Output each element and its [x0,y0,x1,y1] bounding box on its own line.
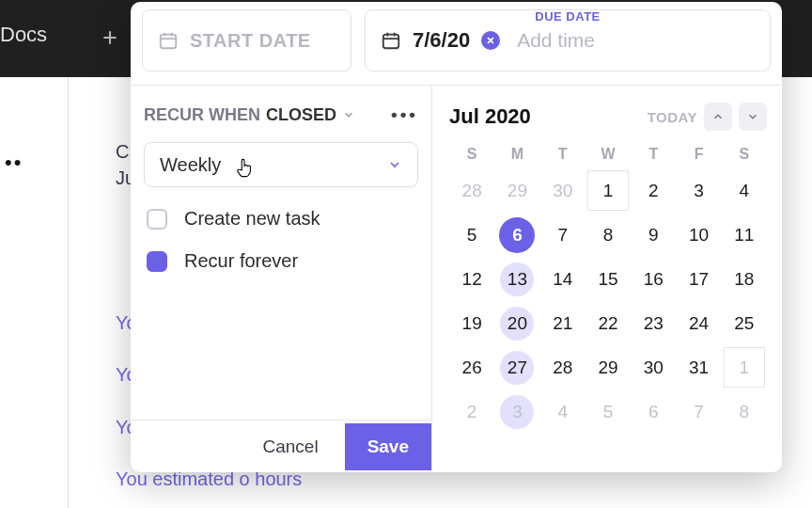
calendar-dow-row: SMTWTFS [449,146,767,163]
calendar-day[interactable]: 7 [676,389,721,434]
modal-footer: Cancel Save [131,420,431,472]
calendar-day[interactable]: 1 [586,168,631,213]
calendar-day[interactable]: 3 [494,389,539,434]
calendar-month-label: Jul 2020 [449,104,531,129]
chevron-down-icon [342,108,355,121]
dow-label: M [494,146,539,163]
calendar-day[interactable]: 4 [722,168,767,213]
calendar-pane: Jul 2020 TODAY SMTWTFS 28293012345678910… [431,85,782,472]
calendar-day[interactable]: 3 [676,168,721,213]
calendar-day[interactable]: 9 [631,213,676,257]
calendar-day[interactable]: 30 [540,168,586,213]
frequency-select[interactable]: Weekly [144,142,418,187]
start-date-placeholder: START DATE [190,30,311,52]
due-date-value: 7/6/20 [413,28,470,53]
dow-label: S [449,146,494,163]
dow-label: W [586,146,631,163]
calendar-day[interactable]: 14 [540,257,586,301]
calendar-day[interactable]: 17 [676,257,721,301]
save-button[interactable]: Save [345,423,431,470]
recur-when-toggle[interactable]: RECUR WHEN CLOSED ••• [144,104,418,125]
calendar-icon [158,30,179,51]
dow-label: F [676,146,721,163]
calendar-day[interactable]: 6 [494,213,539,257]
calendar-day[interactable]: 29 [494,168,539,213]
calendar-day[interactable]: 7 [540,213,586,257]
recur-forever-option[interactable]: Recur forever [147,250,418,272]
cursor-hand-icon [234,156,255,181]
add-icon[interactable] [101,28,119,47]
recur-value: CLOSED [266,105,336,125]
add-time-button[interactable]: Add time [517,29,595,52]
dow-label: T [631,146,676,163]
calendar-icon [381,30,401,51]
calendar-days-grid: 2829301234567891011121314151617181920212… [449,168,767,434]
calendar-day[interactable]: 19 [449,301,494,345]
topbar-docs-link[interactable]: Docs [0,23,47,47]
calendar-day[interactable]: 22 [586,301,631,345]
calendar-day[interactable]: 26 [449,345,494,389]
calendar-day[interactable]: 11 [722,213,767,257]
calendar-day[interactable]: 8 [586,213,631,257]
calendar-day[interactable]: 15 [586,257,631,301]
dow-label: S [722,146,767,163]
calendar-day[interactable]: 5 [586,389,631,434]
date-recur-modal: START DATE DUE DATE 7/6/20 Add time RECU… [131,2,782,472]
calendar-day[interactable]: 28 [540,345,586,389]
start-date-input[interactable]: START DATE [142,9,351,71]
clear-due-date-button[interactable] [481,31,500,50]
calendar-day[interactable]: 27 [494,345,539,389]
calendar-day[interactable]: 29 [586,345,631,389]
calendar-day[interactable]: 18 [722,257,767,301]
calendar-day[interactable]: 23 [631,301,676,345]
modal-body: RECUR WHEN CLOSED ••• Weekly Create new … [131,85,782,472]
calendar-header: Jul 2020 TODAY [449,103,767,131]
svg-rect-1 [383,35,399,49]
calendar-day[interactable]: 28 [449,168,494,213]
dow-label: T [540,146,586,163]
calendar-day[interactable]: 2 [449,389,494,434]
more-options-icon[interactable]: ••• [391,104,418,125]
calendar-day[interactable]: 13 [494,257,539,301]
option-label: Recur forever [184,250,298,272]
svg-rect-0 [161,35,177,49]
calendar-day[interactable]: 5 [449,213,494,257]
calendar-day[interactable]: 4 [540,389,586,434]
prev-month-button[interactable] [704,103,732,131]
left-ellipsis-icon[interactable]: •• [5,151,23,175]
recur-prefix: RECUR WHEN [144,105,260,125]
calendar-day[interactable]: 1 [722,345,767,389]
cancel-button[interactable]: Cancel [243,427,336,467]
due-date-label: DUE DATE [535,9,600,24]
create-new-task-option[interactable]: Create new task [147,208,418,230]
checkbox-checked-icon[interactable] [147,251,167,272]
calendar-day[interactable]: 16 [631,257,676,301]
calendar-day[interactable]: 25 [722,301,767,345]
checkbox-unchecked-icon[interactable] [147,209,167,230]
calendar-day[interactable]: 8 [722,389,767,434]
option-label: Create new task [184,208,320,230]
chevron-down-icon [387,157,402,172]
due-date-input[interactable]: DUE DATE 7/6/20 Add time [365,9,771,71]
calendar-day[interactable]: 24 [676,301,721,345]
calendar-day[interactable]: 21 [540,301,586,345]
calendar-day[interactable]: 30 [631,345,676,389]
calendar-day[interactable]: 12 [449,257,494,301]
recur-pane: RECUR WHEN CLOSED ••• Weekly Create new … [131,85,431,472]
calendar-day[interactable]: 31 [676,345,721,389]
calendar-day[interactable]: 2 [631,168,676,213]
next-month-button[interactable] [739,103,767,131]
frequency-value: Weekly [160,154,221,176]
calendar-day[interactable]: 10 [676,213,721,257]
date-input-row: START DATE DUE DATE 7/6/20 Add time [142,9,771,71]
calendar-day[interactable]: 6 [631,389,676,434]
calendar-day[interactable]: 20 [494,301,539,345]
vertical-divider [68,77,69,508]
today-button[interactable]: TODAY [648,109,697,125]
